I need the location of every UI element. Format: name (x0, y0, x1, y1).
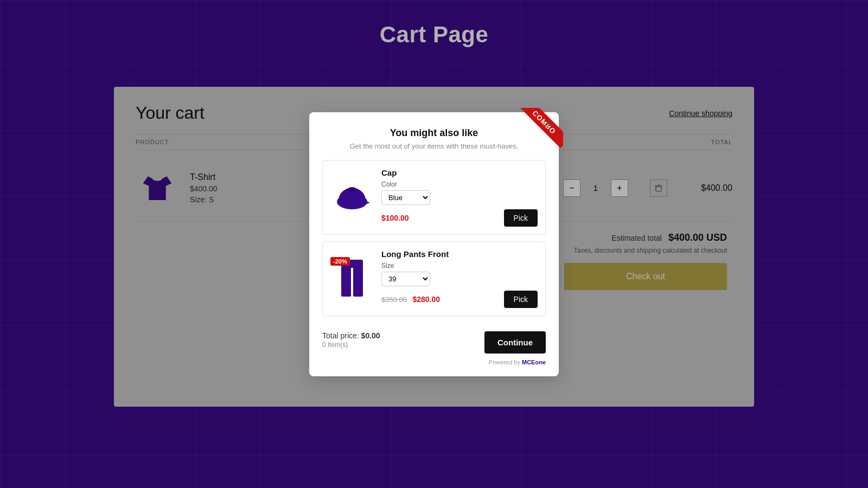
total-amount: $0.00 (361, 331, 380, 340)
modal-subtitle: Get the most out of your items with thes… (322, 142, 546, 150)
pants-name: Long Pants Front (381, 249, 538, 259)
cap-color-select[interactable]: Blue Red Green Black (381, 190, 430, 205)
pants-size-label: Size (381, 262, 538, 269)
cap-color-label: Color (381, 181, 538, 188)
pants-original-price: $350.00 (381, 296, 407, 304)
cap-price: $100.00 (381, 214, 409, 222)
items-count: 0 Item(s) (322, 341, 380, 349)
modal-footer: Total price: $0.00 0 Item(s) Continue (322, 325, 546, 354)
cap-price-row: $100.00 Pick (381, 209, 538, 227)
total-label: Total price: $0.00 (322, 331, 380, 340)
svg-point-2 (348, 187, 356, 192)
cap-name: Cap (381, 168, 538, 177)
modal-close-button[interactable]: ✕ (544, 119, 552, 129)
pants-discount-badge: -20% (330, 257, 350, 266)
pants-prices: $350.00 $280.00 (381, 294, 440, 304)
cap-icon (333, 181, 371, 214)
mcone-link[interactable]: MCEone (522, 359, 546, 365)
pants-size-select[interactable]: 39 40 41 42 (381, 272, 430, 286)
pants-details: Long Pants Front Size 39 40 41 42 $350.0… (381, 249, 538, 308)
cap-pick-button[interactable]: Pick (504, 209, 538, 227)
total-price-area: Total price: $0.00 0 Item(s) (322, 331, 380, 349)
modal-title: You might also like (322, 127, 546, 139)
product-card-cap: Cap Color Blue Red Green Black $100.00 P… (322, 160, 546, 235)
pants-current-price: $280.00 (412, 295, 440, 304)
svg-rect-5 (353, 267, 363, 297)
cap-details: Cap Color Blue Red Green Black $100.00 P… (381, 168, 538, 227)
product-card-pants: -20% Long Pants Front Size 39 40 41 42 (322, 241, 546, 316)
pants-price-row: $350.00 $280.00 Pick (381, 291, 538, 308)
continue-button[interactable]: Continue (484, 331, 546, 354)
pants-image: -20% (330, 257, 374, 300)
pants-pick-button[interactable]: Pick (504, 291, 538, 308)
cap-image (330, 176, 374, 219)
powered-by: Powered by MCEone (322, 359, 546, 365)
modal-overlay: COMBO ✕ You might also like Get the most… (0, 0, 868, 488)
modal: COMBO ✕ You might also like Get the most… (309, 112, 559, 376)
svg-rect-4 (341, 267, 351, 297)
